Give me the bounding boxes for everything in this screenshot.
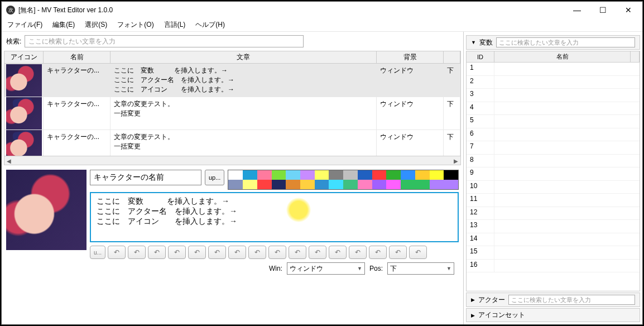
variable-row[interactable]: 16 (467, 260, 640, 273)
history-button-2[interactable]: ↶ (128, 246, 146, 259)
history-button-6[interactable]: ↶ (208, 246, 226, 259)
variable-row[interactable]: 7 (467, 141, 640, 155)
color-swatch[interactable] (300, 180, 315, 189)
color-swatch[interactable] (228, 170, 243, 180)
color-swatch[interactable] (372, 180, 387, 189)
actors-accordion[interactable]: ▶ アクター (466, 293, 640, 307)
face-portrait[interactable] (6, 170, 86, 320)
col-name[interactable]: 名前 (44, 51, 110, 63)
search-input[interactable] (25, 35, 304, 47)
color-swatch[interactable] (386, 180, 401, 189)
variable-row[interactable]: 2 (467, 76, 640, 89)
variable-row[interactable]: 3 (467, 89, 640, 102)
color-swatch[interactable] (243, 170, 257, 180)
history-button-7[interactable]: ↶ (228, 246, 246, 259)
history-button-13[interactable]: ↶ (349, 246, 367, 259)
variable-row[interactable]: 11 (467, 194, 640, 207)
variables-search-input[interactable] (496, 37, 635, 47)
update-button[interactable]: up... (205, 170, 224, 185)
variable-row[interactable]: 1 (467, 63, 640, 76)
variable-row[interactable]: 13 (467, 220, 640, 233)
undo-button[interactable]: u... (90, 246, 105, 259)
scroll-left-icon[interactable]: ◀ (4, 156, 13, 165)
history-button-3[interactable]: ↶ (148, 246, 166, 259)
color-swatch[interactable] (372, 170, 387, 180)
variable-row[interactable]: 5 (467, 115, 640, 128)
col-position[interactable] (444, 51, 460, 63)
history-button-9[interactable]: ↶ (268, 246, 286, 259)
color-swatch[interactable] (228, 180, 243, 189)
menu-language[interactable]: 言語(L) (164, 20, 186, 30)
menu-select[interactable]: 選択(S) (85, 20, 107, 30)
color-swatch[interactable] (401, 170, 415, 180)
actors-search-input[interactable] (508, 295, 635, 305)
color-swatch[interactable] (430, 170, 444, 180)
color-swatch[interactable] (444, 170, 458, 180)
color-swatch[interactable] (272, 170, 286, 180)
history-button-5[interactable]: ↶ (188, 246, 206, 259)
color-swatch[interactable] (286, 170, 300, 180)
minimize-button[interactable]: — (564, 2, 590, 18)
history-button-15[interactable]: ↶ (389, 246, 407, 259)
iconset-accordion[interactable]: ▶ アイコンセット (466, 308, 640, 322)
color-swatch[interactable] (415, 170, 430, 180)
color-swatch[interactable] (358, 180, 372, 189)
color-swatch[interactable] (358, 170, 372, 180)
color-swatch[interactable] (300, 170, 315, 180)
variable-row[interactable]: 8 (467, 155, 640, 168)
variable-row[interactable]: 14 (467, 233, 640, 247)
color-swatch[interactable] (257, 180, 272, 189)
history-button-11[interactable]: ↶ (309, 246, 326, 259)
color-swatch[interactable] (329, 170, 343, 180)
variables-accordion[interactable]: ▼ 変数 (466, 35, 640, 50)
close-button[interactable]: ✕ (616, 2, 641, 18)
menu-edit[interactable]: 編集(E) (52, 20, 75, 30)
color-swatch[interactable] (315, 170, 329, 180)
color-swatch[interactable] (386, 170, 401, 180)
variable-row[interactable]: 4 (467, 102, 640, 116)
grid-hscroll[interactable]: ◀ ▶ (4, 156, 460, 165)
color-swatch[interactable] (401, 180, 415, 189)
col-icon[interactable]: アイコン (4, 51, 44, 63)
table-row[interactable]: キャラクターの...文章の変更テスト。 一括変更ウィンドウ下 (4, 130, 460, 156)
col-background[interactable]: 背景 (377, 51, 444, 63)
variable-row[interactable]: 12 (467, 207, 640, 220)
maximize-button[interactable]: ☐ (590, 2, 616, 18)
color-swatch[interactable] (329, 180, 343, 189)
history-button-4[interactable]: ↶ (168, 246, 186, 259)
var-col-name[interactable]: 名前 (494, 51, 631, 62)
color-swatch[interactable] (243, 180, 257, 189)
history-button-1[interactable]: ↶ (108, 246, 126, 259)
history-button-10[interactable]: ↶ (289, 246, 306, 259)
variable-row[interactable]: 10 (467, 181, 640, 194)
position-select[interactable]: 下 ▼ (387, 262, 454, 275)
color-swatch[interactable] (315, 180, 329, 189)
color-swatch[interactable] (430, 180, 444, 189)
color-swatch[interactable] (272, 180, 286, 189)
history-button-14[interactable]: ↶ (369, 246, 387, 259)
window-type-select[interactable]: ウィンドウ ▼ (287, 262, 365, 275)
color-swatch[interactable] (343, 180, 358, 189)
history-button-16[interactable]: ↶ (409, 246, 427, 259)
color-swatch[interactable] (444, 180, 458, 189)
color-swatch[interactable] (286, 180, 300, 189)
variable-row[interactable]: 9 (467, 167, 640, 181)
table-row[interactable]: キャラクターの...ここに 変数 を挿入します。→ ここに アクター名 を挿入し… (4, 64, 460, 97)
menu-file[interactable]: ファイル(F) (7, 20, 42, 30)
menu-font[interactable]: フォント(O) (117, 20, 153, 30)
history-button-8[interactable]: ↶ (248, 246, 266, 259)
menu-help[interactable]: ヘルプ(H) (195, 20, 225, 30)
history-button-12[interactable]: ↶ (329, 246, 347, 259)
col-text[interactable]: 文章 (110, 51, 377, 63)
var-col-id[interactable]: ID (467, 51, 494, 62)
variable-row[interactable]: 6 (467, 128, 640, 142)
color-swatch[interactable] (415, 180, 430, 189)
scroll-right-icon[interactable]: ▶ (451, 156, 460, 165)
color-swatch[interactable] (343, 170, 358, 180)
character-name-input[interactable] (90, 170, 201, 185)
message-textarea[interactable]: ここに 変数 を挿入します。→ ここに アクター名 を挿入します。→ ここに ア… (90, 192, 459, 242)
variable-row[interactable]: 15 (467, 246, 640, 260)
color-swatch[interactable] (257, 170, 272, 180)
table-row[interactable]: キャラクターの...文章の変更テスト。 一括変更ウィンドウ下 (4, 97, 460, 130)
title-bar[interactable]: 次 [無名] - MV Text Editor ver 1.0.0 — ☐ ✕ (2, 2, 642, 18)
